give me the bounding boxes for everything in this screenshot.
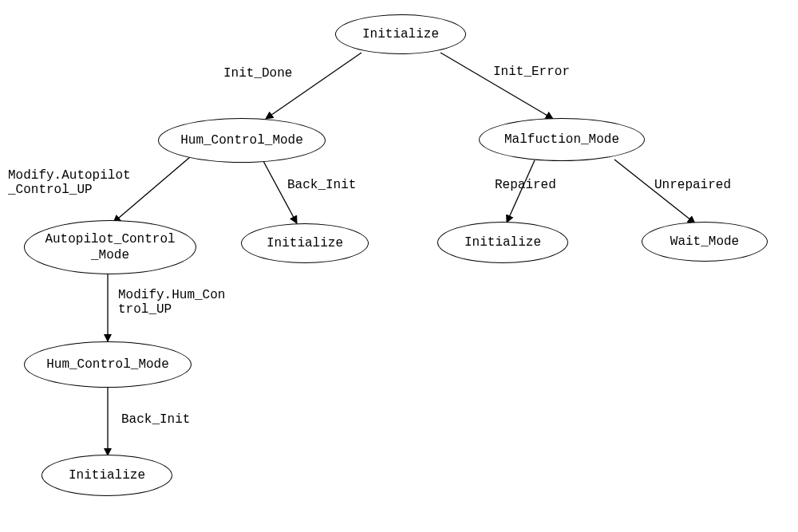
edge-init-done (266, 53, 361, 119)
edge-label-modify-autopilot-up: Modify.Autopilot _Control_UP (8, 169, 131, 197)
node-label: Initialize (464, 234, 541, 250)
node-hum-control-mode-2: Hum_Control_Mode (24, 341, 192, 388)
edge-label-init-error: Init_Error (493, 65, 570, 80)
node-malfunction-mode: Malfuction_Mode (479, 118, 645, 161)
edge-init-error (440, 53, 553, 119)
node-initialize-bottom: Initialize (41, 455, 172, 496)
node-wait-mode: Wait_Mode (642, 222, 768, 262)
node-label: Malfuction_Mode (504, 132, 619, 148)
edge-label-unrepaired: Unrepaired (654, 179, 731, 193)
edge-label-modify-hum-up: Modify.Hum_Con trol_UP (118, 289, 225, 317)
node-initialize-root: Initialize (335, 14, 466, 54)
node-label: Hum_Control_Mode (46, 357, 169, 372)
edge-label-init-done: Init_Done (223, 67, 292, 81)
node-label: Autopilot_Control _Mode (45, 231, 175, 263)
node-label: Initialize (267, 235, 343, 251)
node-label: Initialize (362, 26, 439, 42)
node-autopilot-control-mode: Autopilot_Control _Mode (24, 220, 196, 274)
node-label: Hum_Control_Mode (180, 132, 303, 148)
edge-label-repaired: Repaired (495, 179, 556, 193)
edge-label-back-init-hum: Back_Init (287, 179, 356, 193)
edge-label-back-init-bottom: Back_Init (121, 413, 190, 428)
node-initialize-repaired: Initialize (437, 222, 568, 263)
node-hum-control-mode-1: Hum_Control_Mode (158, 118, 326, 163)
diagram-canvas: Initialize Hum_Control_Mode Malfuction_M… (0, 0, 798, 532)
node-initialize-hum-back: Initialize (241, 223, 369, 263)
node-label: Initialize (69, 467, 145, 483)
node-label: Wait_Mode (670, 234, 739, 250)
